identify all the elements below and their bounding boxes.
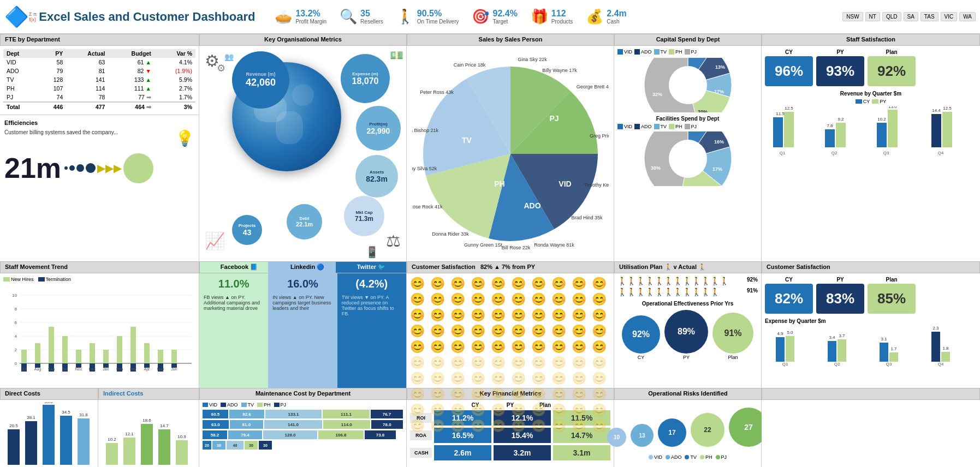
maint-bar-row2: 63.0 81.0 141.0 114.0 78.0 bbox=[203, 420, 403, 429]
direct-costs-chart: 20.5 VID 28.1 ADO 59.5 TV 34.5 PH 31.8 P… bbox=[3, 402, 96, 467]
region-nt[interactable]: NT bbox=[865, 12, 880, 21]
svg-text:Sep: Sep bbox=[48, 367, 55, 372]
svg-rect-77 bbox=[76, 350, 81, 363]
fb-description: FB views ▲ on PY. Additional campaigns a… bbox=[204, 295, 264, 311]
target-metric: 🎯 92.4%Target bbox=[472, 8, 517, 25]
svg-text:14.7: 14.7 bbox=[160, 423, 169, 428]
mobile-icon: 📱 bbox=[365, 246, 379, 259]
cust-sat-scores: CY 82% PY 83% Plan 85% bbox=[765, 277, 977, 314]
svg-rect-86 bbox=[117, 336, 122, 363]
svg-text:2: 2 bbox=[15, 348, 17, 352]
svg-text:Jul: Jul bbox=[22, 367, 27, 371]
svg-rect-83 bbox=[103, 350, 109, 363]
svg-text:3.4: 3.4 bbox=[829, 335, 835, 340]
svg-text:ADO: ADO bbox=[524, 201, 541, 210]
svg-text:Rose Rock 41k: Rose Rock 41k bbox=[412, 204, 443, 209]
svg-text:Gina Sky 22k: Gina Sky 22k bbox=[518, 57, 547, 62]
social-header: Facebook 📘 Linkedin 🔵 Twitter 🐦 bbox=[199, 261, 407, 273]
expense-quarter-chart: 4.9 5.0 Q1 3.4 3.7 Q2 3.1 1.7 Q3 2.3 1. bbox=[765, 326, 972, 367]
svg-text:18.6: 18.6 bbox=[142, 418, 151, 423]
svg-text:20.5: 20.5 bbox=[9, 423, 18, 428]
header-metrics: 🥧 13.2%Profit Margin 🔍 35Resellers 🚶 90.… bbox=[275, 8, 626, 25]
svg-text:Cain Price 18k: Cain Price 18k bbox=[453, 62, 485, 68]
cust-sat-py: 83% bbox=[816, 284, 864, 314]
staff-satisfaction-panel: CY 96% PY 93% Plan 92% Revenue by Quarte… bbox=[762, 46, 980, 261]
svg-rect-111 bbox=[880, 343, 888, 362]
region-nsw[interactable]: NSW bbox=[842, 12, 863, 21]
svg-rect-121 bbox=[8, 429, 20, 465]
resellers-icon: 🔍 bbox=[340, 8, 357, 25]
svg-text:Q1: Q1 bbox=[780, 151, 786, 155]
target-icon: 🎯 bbox=[472, 8, 489, 25]
region-vic[interactable]: VIC bbox=[941, 12, 958, 21]
svg-rect-116 bbox=[931, 332, 940, 362]
header: 🔷 Σ π f(x) Excel Sales and Customer Dash… bbox=[0, 0, 980, 34]
maint-bars: 60.5 82.6 133.1 111.1 76.7 63.0 81.0 141… bbox=[203, 410, 403, 450]
op-circles: 92% CY 89% PY 91% Plan bbox=[617, 310, 758, 360]
svg-text:28.1: 28.1 bbox=[27, 415, 35, 420]
ontime-icon: 🚶 bbox=[396, 8, 414, 25]
directcosts-header: Direct Costs bbox=[0, 388, 98, 400]
fte-column: Dept PY Actual Budget Var % VID586361 ▲4… bbox=[0, 46, 199, 261]
svg-text:Q3: Q3 bbox=[883, 151, 889, 155]
section-headers-row3: Direct Costs Indirect Costs Maintenance … bbox=[0, 388, 980, 400]
table-row: VID586361 ▲4.1% bbox=[3, 58, 195, 67]
scale-icon: ⚖ bbox=[386, 231, 401, 250]
efficiencies-visual: ▶▶▶ bbox=[64, 153, 153, 183]
main-row1: Dept PY Actual Budget Var % VID586361 ▲4… bbox=[0, 46, 980, 261]
table-row: PJ747877 ➡1.7% bbox=[3, 93, 195, 102]
svg-text:14.4: 14.4 bbox=[932, 108, 941, 113]
svg-text:Jan: Jan bbox=[103, 367, 109, 371]
cash-cy: 2.6m bbox=[434, 445, 491, 460]
svg-text:Ronda Wayne 81k: Ronda Wayne 81k bbox=[534, 242, 574, 248]
svg-text:32%: 32% bbox=[652, 92, 662, 97]
tw-description: TW views ▼ on PY. A reduced presence on … bbox=[342, 295, 402, 316]
debt-bubble: Debt 22.1m bbox=[287, 204, 322, 240]
maint-legend: VID ADO TV PH PJ bbox=[203, 402, 403, 408]
header-logo: 🔷 Σ π f(x) Excel Sales and Customer Dash… bbox=[4, 5, 255, 28]
staff-sat-py: 93% bbox=[816, 56, 864, 86]
direct-costs-panel: 20.5 VID 28.1 ADO 59.5 TV 34.5 PH 31.8 P… bbox=[0, 400, 98, 467]
svg-point-26 bbox=[669, 140, 707, 178]
region-sa[interactable]: SA bbox=[904, 12, 918, 21]
svg-rect-68 bbox=[35, 343, 40, 363]
svg-rect-42 bbox=[877, 123, 887, 147]
cust-sat-mid-panel: 😊😊😊😊😊😊😊😊😊😊 😊😊😊😊😊😊😊😊😊😊 😊😊😊😊😊😊😊😊😊😊 😊😊😊😊😊😊😊… bbox=[407, 273, 614, 388]
svg-text:10.2: 10.2 bbox=[877, 117, 886, 122]
dashboard-container: 🔷 Σ π f(x) Excel Sales and Customer Dash… bbox=[0, 0, 980, 467]
svg-rect-142 bbox=[141, 424, 153, 465]
region-qld[interactable]: QLD bbox=[882, 12, 901, 21]
region-wa[interactable]: WA bbox=[959, 12, 976, 21]
svg-text:Brad Hind 35k: Brad Hind 35k bbox=[571, 215, 603, 220]
svg-text:2.3: 2.3 bbox=[933, 326, 939, 331]
efficiencies-amount: 21m bbox=[4, 152, 61, 184]
svg-text:TV: TV bbox=[462, 136, 472, 145]
region-tas[interactable]: TAS bbox=[920, 12, 939, 21]
svg-rect-80 bbox=[90, 343, 95, 363]
svg-text:11.5: 11.5 bbox=[776, 111, 785, 116]
svg-text:Bill Rose 22k: Bill Rose 22k bbox=[501, 245, 530, 250]
svg-text:10: 10 bbox=[12, 293, 17, 298]
utilisation-panel: 🚶🚶🚶🚶🚶🚶🚶🚶🚶🚶🚶🚶 92% 🚶🚶🚶🚶🚶🚶🚶🚶🚶🚶🚶 91% Operati… bbox=[614, 273, 762, 388]
svg-text:George Brett 41k: George Brett 41k bbox=[576, 84, 608, 89]
linkedin-card: 16.0% IN views ▲ on PY. New campaigns ta… bbox=[268, 273, 337, 388]
profit-icon: 🥧 bbox=[275, 8, 292, 25]
indirectcosts-header: Indirect Costs bbox=[98, 388, 199, 400]
maint-bar-row1: 60.5 82.6 133.1 111.1 76.7 bbox=[203, 410, 403, 418]
utilisation-header: Utilisation Plan 🚶 v Actual 🚶 bbox=[614, 261, 762, 273]
svg-rect-130 bbox=[60, 416, 72, 465]
svg-rect-37 bbox=[825, 129, 835, 147]
assets-bubble: Assets 82.3m bbox=[355, 155, 398, 197]
expense-bubble: Expense (m) 18,070 bbox=[341, 54, 390, 103]
section-headers-row: FTE by Department Key Organisational Met… bbox=[0, 34, 980, 46]
svg-text:Oct: Oct bbox=[62, 367, 68, 371]
staff-movement-panel: New Hires Termination 10 8 6 4 2 0 -2 bbox=[0, 273, 199, 388]
facilities-donut-container: 13% 16% 17% 24% 30% bbox=[617, 131, 758, 186]
cust-sat-right-panel: CY 82% PY 83% Plan 85% Expense by Quarte… bbox=[762, 273, 980, 388]
svg-text:59.5: 59.5 bbox=[44, 402, 53, 404]
svg-rect-32 bbox=[773, 117, 783, 147]
risk-tv: 17 bbox=[658, 418, 686, 447]
cust-sat-cy: 82% bbox=[765, 284, 813, 314]
tw-percentage: (4.2%) bbox=[355, 278, 388, 290]
staff-sat-cy: 96% bbox=[765, 56, 813, 86]
